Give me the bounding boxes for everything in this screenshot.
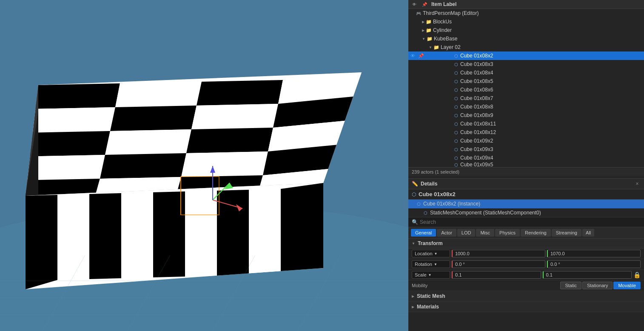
outliner-item-cube01x08x3[interactable]: ⬡ Cube 01x08x3 xyxy=(408,60,644,68)
rotation-row: Rotation ▼ xyxy=(408,259,644,270)
details-instance-component[interactable]: ⬡ Cube 01x08x2 (Instance) xyxy=(408,200,644,208)
tab-lod[interactable]: LOD xyxy=(457,229,476,237)
outliner-item-cube01x09x3[interactable]: ⬡ Cube 01x09x3 xyxy=(408,145,644,154)
viewport[interactable] xyxy=(0,0,408,331)
item-label-cube01x09x4: Cube 01x09x4 xyxy=(460,155,642,161)
outliner-item-cube01x08x6[interactable]: ⬡ Cube 01x08x6 xyxy=(408,86,644,94)
item-label-layer02: Layer 02 xyxy=(441,44,642,50)
instance-label: Cube 01x08x2 (Instance) xyxy=(423,201,480,207)
svg-marker-31 xyxy=(57,194,89,280)
rotation-x-field[interactable] xyxy=(452,260,545,268)
svg-marker-14 xyxy=(186,128,273,153)
tab-rendering[interactable]: Rendering xyxy=(521,229,551,237)
svg-marker-33 xyxy=(121,192,153,278)
tab-bar: General Actor LOD Misc Physics Rendering… xyxy=(408,227,644,239)
collapse-arrow-icon: ▼ xyxy=(412,242,415,245)
actor-count: 239 actors (1 selected) xyxy=(412,169,459,174)
materials-header[interactable]: ▶ Materials xyxy=(408,302,644,312)
transform-title: Transform xyxy=(418,240,443,246)
outliner-item-cube01x08x4[interactable]: ⬡ Cube 01x08x4 xyxy=(408,68,644,77)
outliner-item-cube01x09x2[interactable]: ⬡ Cube 01x09x2 xyxy=(408,137,644,145)
eye-header-icon[interactable]: 👁 xyxy=(411,1,418,8)
location-x-field[interactable] xyxy=(452,250,545,257)
location-row: Location ▼ xyxy=(408,248,644,259)
svg-marker-17 xyxy=(100,153,186,179)
actor-icon: 🎮 xyxy=(415,10,422,17)
item-label-cube01x08x5: Cube 01x08x5 xyxy=(460,78,642,84)
details-static-mesh-component[interactable]: ⬡ StaticMeshComponent (StaticMeshCompone… xyxy=(408,208,644,217)
mesh-icon: ⬡ xyxy=(453,137,459,144)
scale-label: Scale xyxy=(415,272,427,277)
folder-icon-cylinder: 📁 xyxy=(425,27,432,34)
outliner-item-blockus[interactable]: ▶ 📁 BlockUs xyxy=(408,17,644,26)
outliner-item-cube01x08x7[interactable]: ⬡ Cube 01x08x7 xyxy=(408,94,644,103)
mesh-icon: ⬡ xyxy=(453,95,459,102)
item-label-cube01x08x3: Cube 01x08x3 xyxy=(460,61,642,67)
mesh-icon: ⬡ xyxy=(453,69,459,76)
outliner-item-cube01x08x5[interactable]: ⬡ Cube 01x08x5 xyxy=(408,77,644,86)
location-button[interactable]: Location ▼ xyxy=(412,250,450,257)
right-panel: 👁 📌 Item Label 🎮 ThirdPersonMap (Editor)… xyxy=(408,0,644,331)
rotation-y-field[interactable] xyxy=(547,260,641,268)
static-mesh-section: ▶ Static Mesh xyxy=(408,291,644,302)
scale-x-field[interactable] xyxy=(452,271,541,279)
mobility-buttons: Static Stationary Movable xyxy=(560,282,641,289)
outliner-item-cube01x09x4[interactable]: ⬡ Cube 01x09x4 xyxy=(408,154,644,162)
mobility-row: Mobility Static Stationary Movable xyxy=(408,280,644,291)
arrow-right-cylinder: ▶ xyxy=(422,29,425,32)
mesh-icon: ⬡ xyxy=(453,120,459,127)
rotation-label: Rotation xyxy=(415,262,432,267)
tab-misc[interactable]: Misc xyxy=(476,229,494,237)
scale-button[interactable]: Scale ▼ xyxy=(412,271,450,279)
outliner-item-cube01x08x2[interactable]: 👁 📌 ⬡ Cube 01x08x2 xyxy=(408,51,644,60)
details-close-button[interactable]: × xyxy=(634,180,641,187)
location-y-field[interactable] xyxy=(547,250,641,257)
pin-icon-cube01x08x2[interactable]: 📌 xyxy=(417,51,425,60)
search-input[interactable] xyxy=(420,219,641,225)
item-label-thirdpersonmap: ThirdPersonMap (Editor) xyxy=(423,10,642,16)
folder-icon-blockus: 📁 xyxy=(425,18,432,25)
pin-header-icon[interactable]: 📌 xyxy=(421,1,428,8)
outliner-item-cube01x08x9[interactable]: ⬡ Cube 01x08x9 xyxy=(408,111,644,120)
transform-section-header[interactable]: ▼ Transform xyxy=(408,239,644,248)
materials-label: Materials xyxy=(417,304,439,310)
tab-streaming[interactable]: Streaming xyxy=(552,229,581,237)
static-mesh-arrow-icon: ▶ xyxy=(412,294,414,298)
outliner-item-cube01x08x11[interactable]: ⬡ Cube 01x08x11 xyxy=(408,120,644,128)
lock-icon[interactable]: 🔒 xyxy=(633,271,641,278)
tab-general[interactable]: General xyxy=(411,229,436,237)
rotation-button[interactable]: Rotation ▼ xyxy=(412,260,450,268)
scale-y-field[interactable] xyxy=(543,271,632,279)
mobility-label: Mobility xyxy=(412,283,450,288)
mesh-icon: ⬡ xyxy=(453,146,459,153)
static-mesh-component-label: StaticMeshComponent (StaticMeshComponent… xyxy=(430,210,541,216)
outliner-item-layer02[interactable]: ▼ 📁 Layer 02 xyxy=(408,43,644,51)
item-label-cube01x08x2: Cube 01x08x2 xyxy=(460,53,642,59)
search-bar: 🔍 xyxy=(408,217,644,227)
mobility-stationary-button[interactable]: Stationary xyxy=(582,282,613,289)
mobility-movable-button[interactable]: Movable xyxy=(613,282,641,289)
outliner-item-kubebase[interactable]: ▼ 📁 KubeBase xyxy=(408,34,644,43)
outliner-item-cube01x08x8[interactable]: ⬡ Cube 01x08x8 xyxy=(408,103,644,111)
eye-icon-cube01x08x2[interactable]: 👁 xyxy=(408,51,417,60)
static-mesh-header[interactable]: ▶ Static Mesh xyxy=(408,291,644,301)
details-actor-name: ⬡ Cube 01x08x2 xyxy=(408,189,644,200)
outliner-item-cube01x08x12[interactable]: ⬡ Cube 01x08x12 xyxy=(408,128,644,137)
tab-physics[interactable]: Physics xyxy=(495,229,520,237)
outliner-item-cylinder[interactable]: ▶ 📁 Cylinder xyxy=(408,26,644,34)
outliner-tree: 🎮 ThirdPersonMap (Editor) ▶ 📁 BlockUs ▶ … xyxy=(408,9,644,167)
folder-icon-kubebase: 📁 xyxy=(426,35,433,42)
tab-all[interactable]: All xyxy=(582,229,594,237)
scale-row: Scale ▼ 🔒 xyxy=(408,270,644,280)
mobility-static-button[interactable]: Static xyxy=(560,282,581,289)
outliner-item-cube01x09x5[interactable]: ⬡ Cube 01x09x5 xyxy=(408,162,644,167)
outliner-header-label: Item Label xyxy=(431,1,456,7)
outliner-item-thirdpersonmap[interactable]: 🎮 ThirdPersonMap (Editor) xyxy=(408,9,644,17)
pencil-icon: ✏️ xyxy=(412,181,418,187)
svg-marker-34 xyxy=(153,191,185,277)
item-label-cube01x08x6: Cube 01x08x6 xyxy=(460,87,642,93)
details-header: ✏️ Details × xyxy=(408,179,644,189)
arrow-right-blockus: ▶ xyxy=(422,20,425,24)
tab-actor[interactable]: Actor xyxy=(437,229,456,237)
materials-section: ▶ Materials xyxy=(408,302,644,312)
